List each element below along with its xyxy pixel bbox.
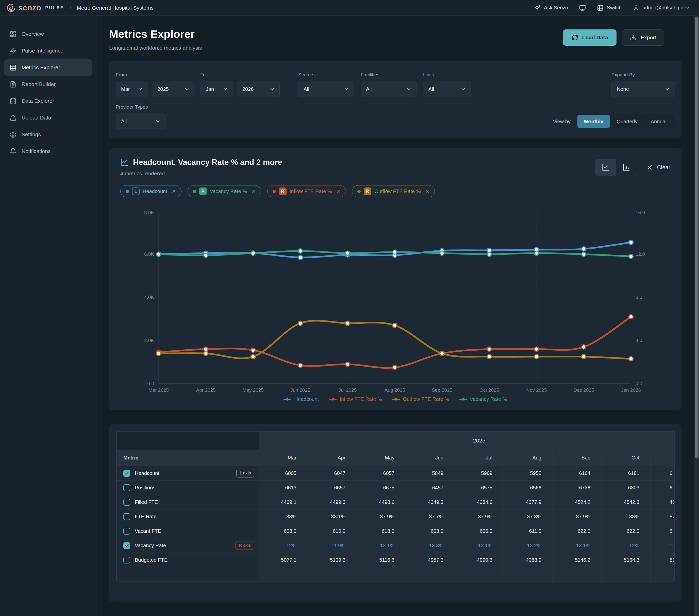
provider-types-select[interactable]: All (116, 113, 166, 130)
from-year-select[interactable]: 2025 (152, 81, 195, 97)
data-point[interactable] (157, 351, 161, 356)
ask-senzo-button[interactable]: Ask Senzo (534, 4, 568, 11)
user-account[interactable]: admin@pulsehq.dev (633, 4, 689, 11)
data-point[interactable] (534, 347, 539, 351)
month-column-header[interactable]: May (357, 450, 406, 466)
sidebar-item-data-explorer[interactable]: Data Explorer (4, 93, 92, 109)
data-point[interactable] (204, 347, 208, 351)
legend-item-vacancy-rate[interactable]: Vacancy Rate % (459, 396, 507, 402)
month-column-header[interactable]: Apr (308, 450, 357, 466)
data-point[interactable] (581, 354, 586, 359)
line-chart-toggle-button[interactable] (595, 159, 616, 176)
data-point[interactable] (440, 351, 444, 356)
data-point[interactable] (251, 348, 255, 352)
data-point[interactable] (581, 345, 586, 349)
load-data-button[interactable]: Load Data (563, 29, 617, 46)
sidebar-item-metrics-explorer[interactable]: Metrics Explorer (4, 59, 92, 76)
data-point[interactable] (629, 314, 633, 319)
metric-chip-vacancy-rate[interactable]: RVacancy Rate %✕ (187, 185, 261, 197)
data-point[interactable] (251, 251, 255, 255)
data-point[interactable] (204, 351, 208, 356)
metric-checkbox[interactable] (123, 528, 130, 535)
metric-checkbox[interactable] (123, 542, 130, 549)
scrollbar-thumb[interactable] (695, 17, 699, 458)
data-point[interactable] (487, 252, 491, 256)
export-button[interactable]: Export (622, 29, 664, 46)
data-point[interactable] (393, 323, 397, 327)
month-column-header[interactable]: Jun (406, 450, 455, 466)
data-point[interactable] (629, 357, 633, 361)
document-icon (10, 81, 16, 88)
month-column-header[interactable]: Mar (259, 450, 308, 466)
legend-item-headcount[interactable]: Headcount (283, 396, 319, 402)
legend-marker (283, 398, 291, 401)
month-column-header[interactable]: Aug (504, 450, 553, 466)
metric-chip-headcount[interactable]: LHeadcount✕ (120, 185, 182, 197)
data-point[interactable] (157, 252, 161, 256)
legend-item-inflow-fte-rate[interactable]: Inflow FTE Rate % (329, 396, 382, 402)
units-select[interactable]: All (423, 81, 471, 97)
data-point[interactable] (534, 251, 539, 255)
sidebar-item-overview[interactable]: Overview (4, 26, 92, 42)
data-point[interactable] (629, 254, 633, 258)
data-point[interactable] (629, 240, 633, 244)
close-icon[interactable]: ✕ (172, 188, 176, 195)
data-point[interactable] (440, 251, 444, 255)
data-point[interactable] (298, 363, 303, 367)
facilities-select[interactable]: All (361, 81, 417, 97)
close-icon[interactable]: ✕ (252, 188, 256, 195)
metrics-table-panel: 2025MetricMarAprMayJunJulAugSepOctHeadco… (109, 424, 682, 602)
data-point[interactable] (298, 249, 303, 253)
metric-label: Vacant FTE (135, 528, 161, 534)
clear-button[interactable]: Clear (647, 164, 670, 171)
metric-checkbox[interactable] (123, 499, 130, 506)
display-mode-button[interactable] (579, 4, 586, 11)
data-point[interactable] (487, 347, 491, 351)
data-point[interactable] (345, 362, 350, 366)
data-point[interactable] (534, 354, 539, 359)
month-column-header[interactable]: Sep (553, 450, 602, 466)
data-point[interactable] (393, 365, 397, 370)
metric-checkbox[interactable] (123, 484, 130, 491)
table-value-cell: 6164 (553, 466, 602, 481)
sidebar-item-settings[interactable]: Settings (4, 126, 92, 143)
data-point[interactable] (345, 321, 350, 325)
sidebar-item-pulse-intelligence[interactable]: Pulse Intelligence (4, 43, 92, 59)
data-point[interactable] (298, 321, 303, 325)
metric-checkbox[interactable] (123, 513, 130, 520)
switch-app-button[interactable]: Switch (597, 4, 622, 11)
sidebar-item-upload-data[interactable]: Upload Data (4, 110, 92, 126)
metric-checkbox[interactable] (123, 470, 130, 477)
data-point[interactable] (487, 354, 491, 359)
metric-checkbox[interactable] (123, 557, 130, 563)
sidebar-item-notifications[interactable]: Notifications (4, 143, 92, 159)
to-month-select[interactable]: Jan (200, 81, 233, 97)
bar-chart-toggle-button[interactable] (616, 159, 637, 176)
view-by-annual-button[interactable]: Annual (644, 115, 673, 128)
month-column-header[interactable]: Oct (602, 450, 651, 466)
data-point[interactable] (581, 247, 586, 251)
vertical-scrollbar[interactable] (695, 16, 699, 616)
metric-chip-outflow-fte-rate[interactable]: ROutflow FTE Rate %✕ (352, 185, 435, 197)
data-point[interactable] (393, 250, 397, 254)
from-month-select[interactable]: Mar (116, 81, 148, 97)
close-icon[interactable]: ✕ (336, 188, 341, 195)
sidebar-item-report-builder[interactable]: Report Builder (4, 76, 92, 92)
close-icon[interactable]: ✕ (425, 188, 430, 195)
data-point[interactable] (345, 251, 350, 255)
view-by-monthly-button[interactable]: Monthly (577, 115, 610, 128)
sectors-select[interactable]: All (298, 81, 354, 97)
data-point[interactable] (581, 252, 586, 256)
metric-chip-inflow-fte-rate[interactable]: RInflow FTE Rate %✕ (267, 185, 346, 197)
month-column-header[interactable]: Jul (455, 450, 504, 466)
view-by-quarterly-button[interactable]: Quarterly (610, 115, 644, 128)
axis-badge: R (364, 187, 371, 195)
data-point[interactable] (298, 255, 303, 259)
expand-by-select[interactable]: None (611, 81, 675, 97)
brand-logo[interactable]: senzo PULSE (6, 3, 64, 12)
legend-item-outflow-fte-rate[interactable]: Outflow FTE Rate % (392, 396, 449, 402)
data-point[interactable] (204, 253, 208, 257)
table-value-cell: 4384.6 (455, 495, 504, 509)
to-year-select[interactable]: 2026 (237, 81, 280, 97)
data-point[interactable] (251, 354, 255, 359)
